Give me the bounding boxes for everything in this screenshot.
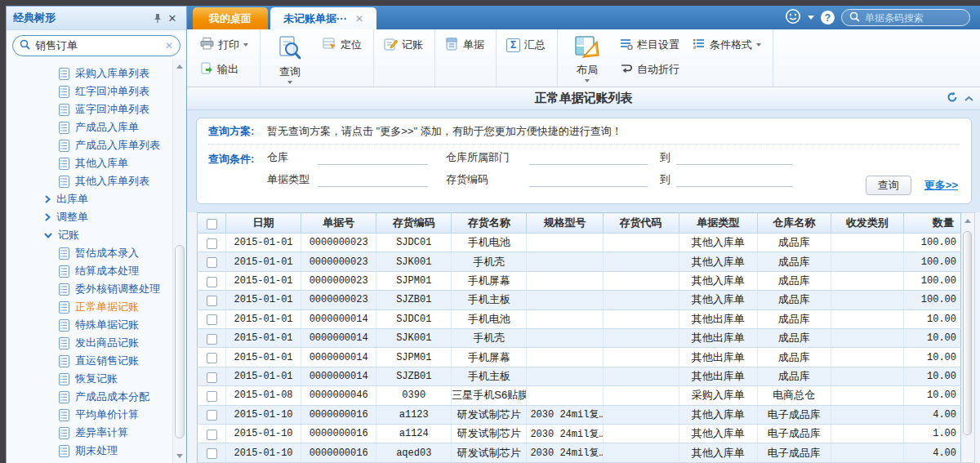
summary-button[interactable]: Σ 汇总 [503,34,549,56]
sidebar-item[interactable]: 其他入库单 [7,154,172,172]
scroll-up-icon[interactable] [176,65,183,69]
column-header[interactable]: 规格型号 [527,213,603,234]
sidebar-group[interactable]: 调整单 [7,208,172,226]
column-settings-button[interactable]: 栏目设置 [617,34,683,56]
table-row[interactable]: 2015-01-010000000023SJDC01手机电池其他入库单成品库10… [198,234,961,252]
sidebar-item[interactable]: 产成品成本分配 [7,388,172,406]
sidebar-item[interactable]: 产成品入库单 [7,118,172,136]
table-scroll-up-icon[interactable] [964,219,971,223]
column-header[interactable]: 存货编码 [376,213,452,234]
column-header[interactable]: 收发类别 [831,213,903,234]
row-checkbox[interactable] [207,238,217,249]
table-row[interactable]: 2015-01-010000000014SJK001手机壳其他出库单成品库10.… [198,329,961,348]
auto-wrap-button[interactable]: 自动折行 [617,59,683,80]
column-header[interactable]: 单据号 [301,213,376,234]
scrollbar-thumb[interactable] [175,245,185,439]
table-row[interactable]: 2015-01-010000000023SJZB01手机主板其他入库单成品库10… [198,291,961,309]
locate-button[interactable]: 定位 [319,34,365,56]
to-input-2[interactable] [676,174,793,187]
row-checkbox[interactable] [207,372,217,383]
inventory-code-input[interactable] [529,174,648,187]
post-button[interactable]: 记账 [381,34,426,56]
sidebar-item[interactable]: 结算成本处理 [7,262,172,280]
doc-type-input[interactable] [318,174,428,187]
chevron-right-icon[interactable] [44,213,51,221]
sidebar-item[interactable]: 直运销售记账 [7,352,172,370]
barcode-search-box[interactable] [841,9,970,26]
sidebar-item[interactable]: 红字回冲单列表 [7,82,172,100]
row-checkbox[interactable] [207,296,217,306]
table-row[interactable]: 2015-01-100000000016a1124研发试制芯片2030 24mi… [198,425,961,443]
row-checkbox[interactable] [207,410,217,421]
print-button[interactable]: 打印 [197,34,252,56]
query-submit-button[interactable]: 查询 [866,176,911,195]
export-button[interactable]: 输出 [197,59,252,80]
row-checkbox[interactable] [207,448,217,459]
warehouse-input[interactable] [318,152,428,165]
table-row[interactable]: 2015-01-010000000023SJK001手机壳其他入库单成品库100… [198,252,961,271]
sidebar-item[interactable]: 委外核销调整处理 [7,280,172,298]
table-row[interactable]: 2015-01-010000000023SJPM01手机屏幕其他入库单成品库10… [198,271,961,290]
column-header[interactable]: 日期 [226,213,301,234]
column-header[interactable]: 数量 [903,213,960,234]
table-row[interactable]: 2015-01-100000000016aqed03研发试制芯片2030 24m… [198,443,961,463]
barcode-search-input[interactable] [865,12,955,24]
document-button[interactable]: 单据 [442,34,488,56]
sidebar-item[interactable]: 差异率计算 [7,424,172,442]
sidebar-item[interactable]: 其他入库单列表 [7,172,172,190]
sidebar-item[interactable]: 采购入库单列表 [7,65,172,82]
select-all-checkbox[interactable] [207,219,217,229]
sidebar-item[interactable]: 发出商品记账 [7,334,172,352]
column-header[interactable]: 存货代码 [603,213,679,234]
table-scrollbar[interactable] [961,212,975,463]
sidebar-group[interactable]: 记账 [7,226,172,244]
row-checkbox[interactable] [207,314,217,325]
table-row[interactable]: 2015-01-010000000014SJDC01手机电池其他出库单成品库10… [198,309,961,328]
tab-unposted-docs[interactable]: 未记账单据··· ✕ [270,7,376,29]
tab-close-icon[interactable]: ✕ [355,13,363,24]
sidebar-item[interactable]: 产成品入库单列表 [7,136,172,154]
table-scrollbar-thumb[interactable] [963,231,972,435]
collapse-panel-icon[interactable] [964,92,973,105]
chevron-right-icon[interactable] [44,195,51,203]
sidebar-item[interactable]: 平均单价计算 [7,406,172,424]
row-checkbox[interactable] [207,257,217,268]
sidebar-search-input[interactable] [35,40,160,52]
sidebar-group[interactable]: 出库单 [7,190,172,208]
column-header[interactable]: 存货名称 [452,213,527,234]
table-row[interactable]: 2015-01-0800000000460390三星手机S6贴膜采购入库单电商总… [198,386,961,405]
row-checkbox[interactable] [207,277,217,287]
sidebar-item[interactable]: 蓝字回冲单列表 [7,100,172,118]
table-row[interactable]: 2015-01-010000000014SJPM01手机屏幕其他出库单成品库10… [198,348,961,367]
user-menu-caret-icon[interactable] [808,16,814,20]
layout-button[interactable]: 布局 [564,34,610,83]
scroll-down-icon[interactable] [176,454,183,458]
column-header[interactable]: 仓库名称 [757,213,831,234]
warehouse-dept-input[interactable] [529,152,648,165]
column-header[interactable]: 单据类型 [679,213,757,234]
sidebar-search-box[interactable]: ✕ [12,35,180,56]
table-row[interactable]: 2015-01-100000000016a1123研发试制芯片2030 24mi… [198,405,961,424]
close-icon[interactable]: ✕ [165,11,180,25]
query-button[interactable]: 查询 [267,34,313,83]
row-checkbox[interactable] [207,391,217,402]
row-checkbox[interactable] [207,430,217,440]
pin-icon[interactable] [150,11,165,25]
sidebar-item[interactable]: 特殊单据记账 [7,316,172,334]
tab-my-desktop[interactable]: 我的桌面 [193,7,268,29]
chevron-down-icon[interactable] [44,232,52,238]
help-icon[interactable]: ? [821,11,835,24]
user-smiley-icon[interactable] [785,8,801,27]
row-checkbox[interactable] [207,353,217,363]
to-input-1[interactable] [676,152,793,165]
sidebar-item[interactable]: 期末处理 [7,442,172,460]
sidebar-item[interactable]: 恢复记账 [7,370,172,388]
row-checkbox[interactable] [207,334,217,345]
table-row[interactable]: 2015-01-010000000014SJZB01手机主板其他出库单成品库10… [198,367,961,385]
sidebar-scrollbar[interactable] [172,60,186,463]
refresh-icon[interactable] [947,91,958,105]
clear-search-icon[interactable]: ✕ [165,40,173,51]
conditional-format-button[interactable]: if 条件格式 [689,34,764,56]
sidebar-item[interactable]: 正常单据记账 [7,298,172,316]
more-link[interactable]: 更多>> [924,178,958,193]
